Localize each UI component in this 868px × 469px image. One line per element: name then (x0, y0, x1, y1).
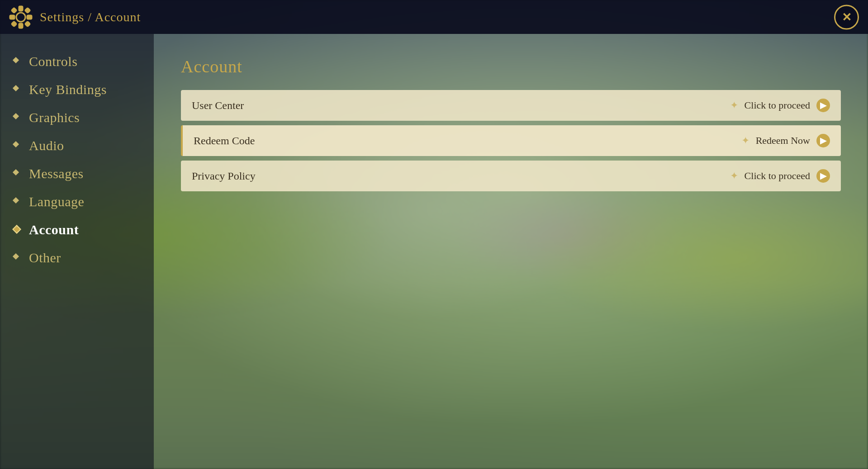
svg-rect-5 (11, 8, 16, 13)
star-decoration-2: ✦ (741, 135, 749, 147)
user-center-arrow-icon: ▶ (816, 99, 830, 112)
privacy-policy-action-label: Click to proceed (745, 170, 810, 182)
sidebar-item-other[interactable]: Other (0, 244, 154, 272)
main-content: Account User Center ✦ Click to proceed ▶… (154, 34, 868, 469)
svg-rect-6 (25, 8, 30, 13)
svg-rect-7 (11, 21, 16, 26)
privacy-policy-label: Privacy Policy (192, 170, 730, 182)
bullet-icon (14, 142, 21, 149)
bullet-icon (14, 170, 21, 177)
svg-rect-3 (10, 15, 14, 19)
svg-rect-4 (27, 15, 32, 19)
header: Settings / Account ✕ (0, 0, 868, 34)
close-button[interactable]: ✕ (834, 5, 859, 29)
sidebar: Controls Key Bindings Graphics Audio Mes… (0, 34, 154, 469)
sidebar-label-account: Account (29, 222, 79, 237)
gear-icon (9, 5, 33, 29)
bullet-icon (14, 114, 21, 121)
privacy-policy-row[interactable]: Privacy Policy ✦ Click to proceed ▶ (181, 161, 841, 191)
redeem-code-action-label: Redeem Now (756, 135, 810, 147)
sidebar-item-messages[interactable]: Messages (0, 160, 154, 188)
sidebar-item-graphics[interactable]: Graphics (0, 104, 154, 132)
privacy-policy-action: ✦ Click to proceed ▶ (730, 169, 830, 183)
svg-rect-8 (25, 21, 30, 26)
sidebar-label-graphics: Graphics (29, 110, 80, 125)
svg-rect-2 (19, 24, 23, 28)
redeem-code-label: Redeem Code (194, 135, 741, 147)
bullet-icon (14, 198, 21, 205)
bullet-active-icon (14, 226, 21, 233)
sidebar-label-audio: Audio (29, 138, 64, 153)
sidebar-label-messages: Messages (29, 166, 84, 181)
user-center-action-label: Click to proceed (745, 99, 810, 111)
sidebar-item-controls[interactable]: Controls (0, 47, 154, 76)
user-center-label: User Center (192, 99, 730, 112)
svg-rect-1 (19, 6, 23, 11)
sidebar-label-other: Other (29, 250, 61, 265)
bullet-icon (14, 58, 21, 65)
privacy-policy-arrow-icon: ▶ (816, 169, 830, 183)
star-decoration: ✦ (730, 99, 738, 111)
svg-point-0 (16, 13, 25, 22)
sidebar-item-account[interactable]: Account (0, 216, 154, 244)
header-title: Settings / Account (40, 10, 141, 24)
bullet-icon (14, 86, 21, 93)
redeem-code-row[interactable]: Redeem Code ✦ Redeem Now ▶ (181, 125, 841, 156)
user-center-action: ✦ Click to proceed ▶ (730, 99, 830, 112)
sidebar-item-key-bindings[interactable]: Key Bindings (0, 76, 154, 104)
redeem-code-arrow-icon: ▶ (816, 134, 830, 147)
bullet-icon (14, 254, 21, 261)
sidebar-label-language: Language (29, 194, 84, 209)
user-center-row[interactable]: User Center ✦ Click to proceed ▶ (181, 90, 841, 121)
sidebar-label-controls: Controls (29, 54, 77, 69)
sidebar-label-key-bindings: Key Bindings (29, 82, 107, 97)
sidebar-item-language[interactable]: Language (0, 188, 154, 216)
redeem-code-action: ✦ Redeem Now ▶ (741, 134, 830, 147)
page-title: Account (181, 57, 841, 76)
sidebar-item-audio[interactable]: Audio (0, 132, 154, 160)
star-decoration-3: ✦ (730, 170, 738, 182)
